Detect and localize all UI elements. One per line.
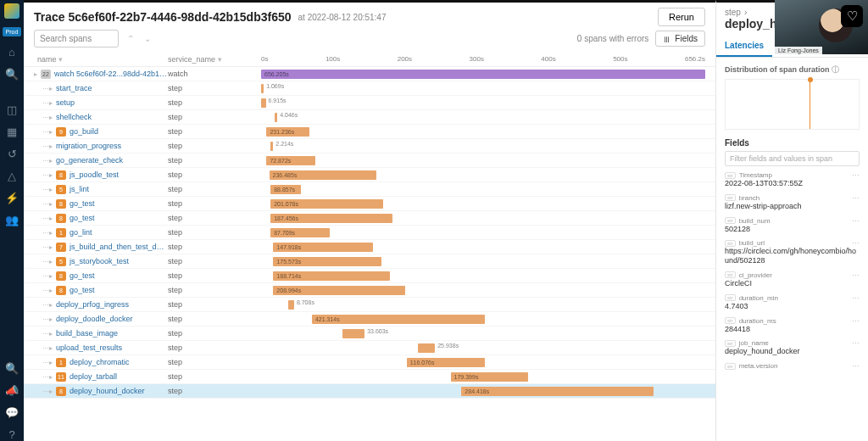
span-bar[interactable]: 179.399s (451, 372, 529, 382)
span-row[interactable]: ⋯▸1go_lintstep87.709s (24, 226, 715, 240)
span-bar[interactable] (261, 98, 266, 108)
tree-toggle-icon[interactable]: ⋯▸ (34, 85, 53, 92)
span-row[interactable]: ⋯▸build_base_imagestep33.603s (24, 327, 715, 341)
span-name-cell[interactable]: ⋯▸9go_build (34, 127, 168, 137)
tree-toggle-icon[interactable]: ⋯▸ (34, 114, 53, 121)
span-name-cell[interactable]: ⋯▸8go_test (34, 199, 168, 209)
span-bar[interactable] (261, 84, 264, 93)
span-row[interactable]: ⋯▸shellcheckstep4.046s (24, 110, 715, 125)
column-name[interactable]: name ▾ (34, 53, 168, 66)
field-item[interactable]: strduration_ms284418⋯ (725, 317, 860, 334)
tree-toggle-icon[interactable]: ⋯▸ (34, 388, 53, 395)
span-bar[interactable]: 421.314s (312, 315, 485, 324)
span-bar[interactable]: 72.872s (266, 156, 314, 165)
history-icon[interactable]: ↺ (5, 147, 19, 160)
field-item[interactable]: strbuild_urlhttps://circleci.com/gh/hone… (725, 239, 860, 265)
span-name-cell[interactable]: ⋯▸5js_lint (34, 185, 168, 194)
tree-toggle-icon[interactable]: ⋯▸ (34, 258, 53, 265)
span-bar[interactable]: 88.857s (270, 185, 301, 194)
tree-toggle-icon[interactable]: ⋯▸ (34, 301, 53, 309)
expand-down-icon[interactable]: ⌄ (142, 34, 153, 43)
span-row[interactable]: ⋯▸9go_buildstep231.236s (24, 125, 715, 139)
logo-icon[interactable] (4, 3, 19, 19)
span-bar[interactable]: 284.418s (461, 387, 654, 396)
field-item[interactable]: strjob_namedeploy_hound_docker⋯ (725, 339, 860, 356)
distribution-chart[interactable] (725, 79, 860, 130)
span-row[interactable]: ⋯▸8js_poodle_teststep236.485s (24, 168, 715, 182)
field-more-icon[interactable]: ⋯ (852, 362, 860, 371)
span-name-cell[interactable]: ⋯▸go_generate_check (34, 156, 168, 165)
fields-filter-input[interactable]: Filter fields and values in span (725, 151, 860, 166)
span-name-cell[interactable]: ⋯▸8go_test (34, 271, 168, 281)
fields-toggle-button[interactable]: ⫼ Fields (655, 31, 705, 47)
span-bar[interactable]: 188.714s (273, 271, 389, 281)
span-name-cell[interactable]: ⋯▸deploy_doodle_docker (34, 315, 168, 323)
span-name-cell[interactable]: ▸22watch 5c6ef60f-22...98dd-42b15db3f650 (34, 70, 168, 79)
field-more-icon[interactable]: ⋯ (852, 217, 860, 226)
span-bar[interactable]: 187.456s (270, 214, 392, 223)
span-row[interactable]: ⋯▸5js_lintstep88.857s (24, 182, 715, 197)
tree-toggle-icon[interactable]: ⋯▸ (34, 373, 53, 381)
span-row[interactable]: ⋯▸8go_teststep201.078s (24, 197, 715, 211)
span-row[interactable]: ⋯▸5js_storybook_teststep175.573s (24, 254, 715, 269)
span-row[interactable]: ⋯▸go_generate_checkstep72.872s (24, 154, 715, 168)
span-row[interactable]: ⋯▸start_tracestep1.069s (24, 81, 715, 96)
span-bar[interactable]: 201.078s (270, 199, 383, 209)
span-name-cell[interactable]: •••⋯▸8deploy_hound_docker (34, 387, 168, 396)
search-input[interactable]: Search spans (34, 30, 119, 47)
span-name-cell[interactable]: ⋯▸11deploy_tarball (34, 372, 168, 382)
span-bar[interactable]: 208.994s (273, 286, 405, 295)
span-row[interactable]: ⋯▸deploy_prfog_ingressstep8.708s (24, 298, 715, 312)
span-name-cell[interactable]: ⋯▸setup (34, 98, 168, 107)
rerun-button[interactable]: Rerun (658, 8, 705, 26)
field-item[interactable]: strTimestamp2022-08-13T03:57:55Z⋯ (725, 171, 860, 188)
field-more-icon[interactable]: ⋯ (852, 339, 860, 348)
span-name-cell[interactable]: ⋯▸8go_test (34, 214, 168, 223)
span-row[interactable]: ▸22watch 5c6ef60f-22...98dd-42b15db3f650… (24, 67, 715, 81)
tree-toggle-icon[interactable]: ⋯▸ (34, 157, 53, 165)
heart-icon[interactable]: ♡ (841, 5, 863, 27)
span-name-cell[interactable]: ⋯▸build_base_image (34, 329, 168, 338)
span-name-cell[interactable]: ⋯▸1go_lint (34, 228, 168, 237)
tree-toggle-icon[interactable]: ⋯▸ (34, 243, 53, 251)
grid-icon[interactable]: ▦ (5, 125, 19, 138)
home-icon[interactable]: ⌂ (5, 45, 19, 59)
help-icon[interactable]: ? (5, 427, 19, 441)
span-row[interactable]: ⋯▸8go_teststep187.456s (24, 211, 715, 226)
span-name-cell[interactable]: ⋯▸8go_test (34, 286, 168, 295)
tree-toggle-icon[interactable]: ⋯▸ (34, 344, 53, 352)
field-more-icon[interactable]: ⋯ (852, 239, 860, 248)
span-bar[interactable] (270, 142, 273, 151)
tree-toggle-icon[interactable]: ⋯▸ (34, 229, 53, 237)
field-more-icon[interactable]: ⋯ (852, 317, 860, 326)
span-bar[interactable]: 656.205s (261, 70, 705, 79)
tree-toggle-icon[interactable]: ⋯▸ (34, 315, 53, 323)
field-more-icon[interactable]: ⋯ (852, 194, 860, 203)
field-item[interactable]: strbuild_num502128⋯ (725, 217, 860, 234)
span-bar[interactable]: 116.076s (407, 358, 486, 367)
span-row[interactable]: ⋯▸8go_teststep208.994s (24, 283, 715, 298)
tree-toggle-icon[interactable]: ⋯▸ (34, 200, 53, 208)
field-more-icon[interactable]: ⋯ (852, 171, 860, 180)
field-more-icon[interactable]: ⋯ (852, 294, 860, 303)
field-more-icon[interactable]: ⋯ (852, 271, 860, 280)
bell-icon[interactable]: △ (5, 169, 19, 182)
chat-icon[interactable]: 💬 (5, 405, 19, 419)
span-bar[interactable] (342, 329, 364, 338)
tree-toggle-icon[interactable]: ⋯▸ (34, 142, 53, 150)
span-row[interactable]: ⋯▸1deploy_chromaticstep116.076s (24, 355, 715, 370)
span-bar[interactable] (275, 113, 277, 122)
span-name-cell[interactable]: ⋯▸5js_storybook_test (34, 257, 168, 266)
span-name-cell[interactable]: ⋯▸1deploy_chromatic (34, 358, 168, 367)
tab-latencies[interactable]: Latencies (716, 36, 772, 57)
env-badge[interactable]: Prod (3, 27, 21, 36)
column-service[interactable]: service_name ▾ (168, 53, 261, 66)
span-row[interactable]: ⋯▸deploy_doodle_dockerstep421.314s (24, 312, 715, 327)
tree-toggle-icon[interactable]: ⋯▸ (34, 171, 53, 179)
span-row[interactable]: ⋯▸7js_build_and_then_test_doodlestep147.… (24, 240, 715, 254)
span-name-cell[interactable]: ⋯▸8js_poodle_test (34, 170, 168, 180)
field-item[interactable]: strci_providerCircleCI⋯ (725, 271, 860, 288)
search-nav-icon[interactable]: 🔍 (5, 67, 19, 81)
cube-icon[interactable]: ◫ (5, 103, 19, 116)
span-bar[interactable]: 87.709s (270, 228, 329, 237)
